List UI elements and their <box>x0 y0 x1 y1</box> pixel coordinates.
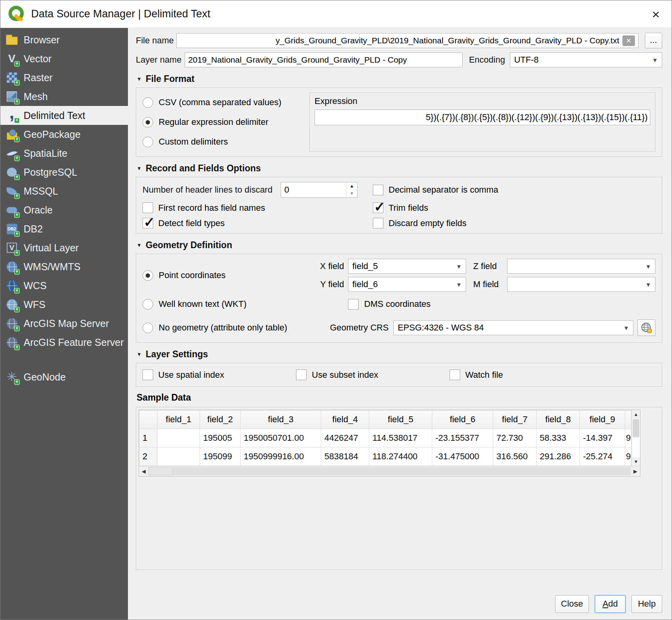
use-spatial-index-option[interactable]: Use spatial index <box>143 369 296 380</box>
dms-coordinates-option[interactable]: DMS coordinates <box>316 294 431 314</box>
table-cell[interactable]: -23.155377 <box>432 429 493 447</box>
radio-custom-delimiters[interactable] <box>143 137 153 147</box>
y-field-select[interactable]: field_6 ▼ <box>348 277 466 292</box>
table-cell[interactable]: 1950050701.00 <box>241 429 321 447</box>
table-cell[interactable]: -25.274 <box>580 447 625 466</box>
point-coordinates-option[interactable]: Point coordinates <box>143 265 226 285</box>
layer-name-input[interactable]: 2019_National_Gravity_Grids_Ground_Gravi… <box>185 52 463 67</box>
table-cell[interactable]: 5838184 <box>321 447 369 466</box>
column-header-field_2[interactable]: field_2 <box>200 410 241 429</box>
close-button[interactable]: Close <box>555 595 589 613</box>
sidebar-item-arcgis-map-server[interactable]: ArcGIS Map Server <box>0 314 128 333</box>
table-cell[interactable] <box>157 447 200 466</box>
trim-fields-option[interactable]: Trim fields <box>373 202 655 213</box>
help-button[interactable]: Help <box>631 595 662 613</box>
no-geometry-option[interactable]: No geometry (attribute only table) <box>143 318 323 338</box>
sidebar-item-postgresql[interactable]: PostgreSQL <box>0 163 128 182</box>
csv-option[interactable]: CSV (comma separated values) <box>143 93 308 112</box>
add-button[interactable]: Add <box>595 595 626 613</box>
sidebar-item-arcgis-feature-server[interactable]: ArcGIS Feature Server <box>0 333 128 352</box>
use-subset-index-option[interactable]: Use subset index <box>296 369 450 380</box>
table-cell[interactable]: 4426247 <box>321 429 369 447</box>
row-header[interactable]: 1 <box>139 429 157 447</box>
vertical-scrollbar[interactable]: ▲ ▼ <box>631 410 640 466</box>
record-fields-header[interactable]: ▼ Record and Fields Options <box>137 163 662 174</box>
sidebar-item-geonode[interactable]: GeoNode <box>0 368 128 386</box>
column-header-field_3[interactable]: field_3 <box>241 410 321 429</box>
scroll-up-icon[interactable]: ▲ <box>632 410 640 419</box>
sidebar-item-geopackage[interactable]: GeoPackage <box>0 125 128 144</box>
wkt-option[interactable]: Well known text (WKT) <box>143 294 246 314</box>
table-cell-clipped[interactable]: 9 <box>625 429 631 447</box>
checkbox-discard-empty-fields[interactable] <box>373 218 383 228</box>
checkbox-use-subset-index[interactable] <box>296 369 307 380</box>
sidebar-item-vector[interactable]: Vector <box>0 49 128 68</box>
radio-csv[interactable] <box>143 97 153 108</box>
clear-input-icon[interactable]: ✕ <box>622 35 635 46</box>
layer-settings-header[interactable]: ▼ Layer Settings <box>137 349 662 360</box>
encoding-select[interactable]: UTF-8 ▼ <box>510 52 662 67</box>
table-cell[interactable]: 195005 <box>200 429 241 447</box>
first-record-option[interactable]: First record has field names <box>143 202 373 213</box>
close-window-icon[interactable]: × <box>647 7 665 21</box>
sidebar-item-db2[interactable]: DB2 <box>0 219 128 238</box>
column-header-field_1[interactable]: field_1 <box>157 410 200 429</box>
discard-empty-fields-option[interactable]: Discard empty fields <box>373 218 655 228</box>
sidebar-item-wms-wmts[interactable]: WMS/WMTS <box>0 257 128 276</box>
radio-no-geometry[interactable] <box>143 323 153 333</box>
horizontal-scroll-thumb[interactable] <box>148 467 173 475</box>
sidebar-item-delimited-text[interactable]: Delimited Text <box>0 106 128 125</box>
table-cell[interactable]: 58.333 <box>537 429 580 447</box>
spin-up-icon[interactable]: ▲ <box>346 182 357 190</box>
sidebar-item-spatialite[interactable]: SpatiaLite <box>0 144 128 163</box>
checkbox-watch-file[interactable] <box>450 369 460 380</box>
table-cell[interactable]: 72.730 <box>493 429 537 447</box>
sidebar-item-wcs[interactable]: WCS <box>0 276 128 295</box>
geometry-crs-select[interactable]: EPSG:4326 - WGS 84 ▼ <box>393 320 633 335</box>
table-corner[interactable] <box>139 410 157 429</box>
decimal-separator-option[interactable]: Decimal separator is comma <box>373 185 655 195</box>
radio-point-coordinates[interactable] <box>143 270 153 281</box>
column-header-field_9[interactable]: field_9 <box>580 410 625 429</box>
sidebar-item-mesh[interactable]: Mesh <box>0 87 128 106</box>
vertical-scroll-thumb[interactable] <box>633 419 639 437</box>
spin-down-icon[interactable]: ▼ <box>346 190 357 197</box>
table-cell[interactable] <box>157 429 200 447</box>
regexp-option[interactable]: Regular expression delimiter <box>143 112 308 132</box>
detect-field-types-option[interactable]: Detect field types <box>143 218 373 228</box>
sidebar-item-virtual-layer[interactable]: Virtual Layer <box>0 238 128 257</box>
table-cell[interactable]: 1950999916.00 <box>241 447 321 466</box>
expression-input[interactable]: 5})(.{7})(.{8})(.{5})(.{8})(.{12})(.{9})… <box>315 110 650 125</box>
watch-file-option[interactable]: Watch file <box>450 369 603 380</box>
table-cell[interactable]: 118.274400 <box>369 447 432 466</box>
table-cell-clipped[interactable]: 9 <box>625 447 631 466</box>
select-crs-button[interactable] <box>637 319 655 336</box>
column-header-field_5[interactable]: field_5 <box>369 410 432 429</box>
scroll-left-icon[interactable]: ◀ <box>139 466 148 476</box>
file-format-header[interactable]: ▼ File Format <box>137 74 662 84</box>
sidebar-item-mssql[interactable]: MSSQL <box>0 182 128 200</box>
radio-regexp[interactable] <box>143 117 153 128</box>
horizontal-scrollbar[interactable]: ◀ ▶ <box>139 466 640 476</box>
checkbox-use-spatial-index[interactable] <box>143 369 153 380</box>
table-cell[interactable]: 195099 <box>200 447 241 466</box>
sidebar-item-raster[interactable]: Raster <box>0 68 128 87</box>
checkbox-trim-fields[interactable] <box>373 202 383 213</box>
x-field-select[interactable]: field_5 ▼ <box>348 259 466 274</box>
table-cell[interactable]: 114.538017 <box>369 429 432 447</box>
table-cell[interactable]: -14.397 <box>580 429 625 447</box>
sidebar-item-browser[interactable]: Browser <box>0 30 128 49</box>
checkbox-decimal-separator[interactable] <box>373 185 383 195</box>
column-header-field_7[interactable]: field_7 <box>493 410 537 429</box>
custom-delimiters-option[interactable]: Custom delimiters <box>143 132 308 152</box>
z-field-select[interactable]: ▼ <box>507 259 655 274</box>
table-cell[interactable]: 316.560 <box>493 447 537 466</box>
row-header[interactable]: 2 <box>139 447 157 466</box>
sidebar-item-oracle[interactable]: Oracle <box>0 200 128 219</box>
checkbox-first-record[interactable] <box>143 202 153 213</box>
sidebar-item-wfs[interactable]: WFS <box>0 295 128 314</box>
geometry-definition-header[interactable]: ▼ Geometry Definition <box>137 240 662 251</box>
column-header-field_6[interactable]: field_6 <box>432 410 493 429</box>
m-field-select[interactable]: ▼ <box>507 277 655 292</box>
table-cell[interactable]: -31.475000 <box>432 447 493 466</box>
